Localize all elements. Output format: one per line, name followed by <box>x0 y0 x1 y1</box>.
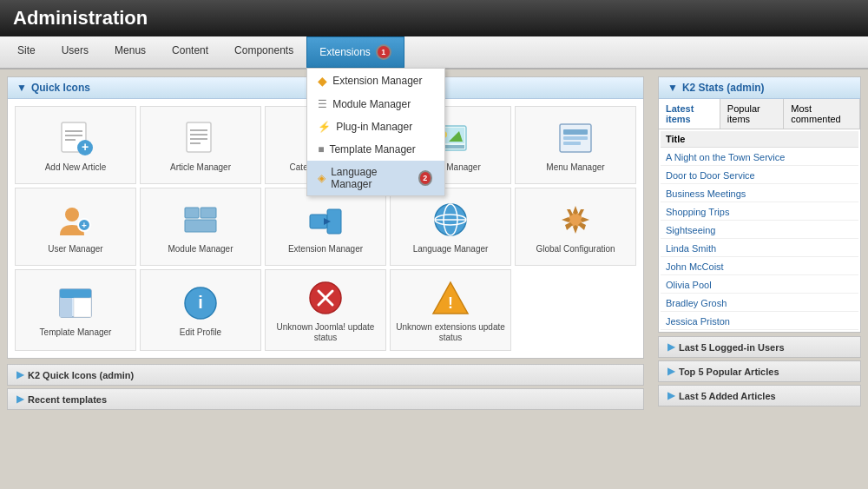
dropdown-plugin-manager[interactable]: ⚡ Plug-in Manager <box>307 116 444 138</box>
k2-item-link[interactable]: Olivia Pool <box>666 280 712 290</box>
k2-item-link[interactable]: Business Meetings <box>666 188 746 199</box>
k2-item-link[interactable]: Linda Smith <box>666 243 716 254</box>
k2-item-link[interactable]: Jessica Priston <box>666 316 730 327</box>
nav-extensions-wrapper: Extensions 1 ◆ Extension Manager ☰ Modul… <box>306 36 404 68</box>
module-manager-label: Module Manager <box>168 244 233 254</box>
app-title: Administration <box>13 7 855 30</box>
top-popular-header[interactable]: ▶ Top 5 Popular Articles <box>659 361 860 381</box>
svg-rect-35 <box>60 289 91 298</box>
k2-item-link[interactable]: Door to Door Service <box>666 170 755 181</box>
extension-manager-icon[interactable]: Extension Manager <box>265 188 386 266</box>
logged-expand-icon: ▶ <box>667 341 674 353</box>
user-manager-label: User Manager <box>48 244 102 254</box>
menu-manager-label: Menu Manager <box>546 162 604 173</box>
last-added-label: Last 5 Added Articles <box>679 391 776 401</box>
profile-shape: i <box>180 282 221 324</box>
last-logged-in-label: Last 5 Logged-in Users <box>679 342 785 353</box>
svg-rect-24 <box>201 208 216 218</box>
recent-templates-header[interactable]: ▶ Recent templates <box>8 389 643 409</box>
k2-table-row: Door to Door Service <box>661 168 858 184</box>
header: Administration <box>0 0 868 36</box>
svg-rect-37 <box>74 298 91 317</box>
k2-stats-header: ▼ K2 Stats (admin) <box>659 77 860 99</box>
module-manager-icon[interactable]: Module Manager <box>140 188 261 266</box>
tab-latest-items[interactable]: Latest items <box>659 99 720 129</box>
extensions-dropdown: ◆ Extension Manager ☰ Module Manager ⚡ P… <box>306 68 445 196</box>
svg-rect-25 <box>185 220 216 232</box>
user-manager-icon[interactable]: + User Manager <box>15 188 136 266</box>
tab-popular-items[interactable]: Popular items <box>720 99 784 129</box>
svg-rect-6 <box>187 122 211 152</box>
tab-most-commented[interactable]: Most commented <box>784 99 860 129</box>
k2-quick-icons-header[interactable]: ▶ K2 Quick Icons (admin) <box>8 365 643 385</box>
k2-title-header: Title <box>661 131 858 148</box>
ext-update-icon[interactable]: ! Unknown extensions update status <box>390 269 511 351</box>
k2-quick-icons-label: K2 Quick Icons (admin) <box>28 370 134 380</box>
k2-item-link[interactable]: A Night on the Town Service <box>666 152 785 162</box>
recent-expand-icon: ▶ <box>16 393 23 405</box>
k2-table-row: Business Meetings <box>661 186 858 202</box>
recent-templates-section: ▶ Recent templates <box>7 388 644 410</box>
k2-item-link[interactable]: Bradley Grosh <box>666 298 727 308</box>
plug-icon: ⚡ <box>318 121 331 133</box>
k2-stats-panel: ▼ K2 Stats (admin) Latest items Popular … <box>658 76 861 333</box>
puzzle-icon: ◆ <box>318 74 327 88</box>
svg-rect-19 <box>563 142 581 145</box>
extension-manager-label: Extension Manager <box>288 244 363 254</box>
k2-table-row: A Night on the Town Service <box>661 149 858 166</box>
joomla-update-icon[interactable]: Unknown Joomla! update status <box>265 269 386 351</box>
k2-item-link[interactable]: Shopping Trips <box>666 207 729 217</box>
k2-arrow-icon: ▼ <box>667 82 678 94</box>
module-shape <box>180 199 221 241</box>
nav-users[interactable]: Users <box>49 36 102 68</box>
language-icon: ◈ <box>318 172 326 184</box>
k2-item-link[interactable]: Sightseeing <box>666 225 716 235</box>
svg-rect-17 <box>563 129 588 135</box>
global-config-label: Global Configuration <box>536 244 615 254</box>
article-manager-icon[interactable]: Article Manager <box>140 106 261 184</box>
config-shape <box>555 199 596 241</box>
extension-shape <box>305 199 346 241</box>
k2-table-row: John McCoist <box>661 259 858 275</box>
menu-mgr-shape <box>555 117 596 159</box>
svg-text:+: + <box>82 221 87 230</box>
k2-table-row: Olivia Pool <box>661 277 858 294</box>
navbar: Site Users Menus Content Components Exte… <box>0 36 868 69</box>
joomla-update-shape <box>305 277 346 319</box>
template-manager-icon[interactable]: Template Manager <box>15 269 136 351</box>
edit-profile-label: Edit Profile <box>180 327 221 338</box>
edit-profile-icon[interactable]: i Edit Profile <box>140 269 261 351</box>
nav-components[interactable]: Components <box>221 36 306 68</box>
nav-extensions[interactable]: Extensions 1 <box>306 36 404 68</box>
language2-shape <box>430 199 471 241</box>
grid-icon: ☰ <box>318 98 327 110</box>
global-config-icon[interactable]: Global Configuration <box>515 188 636 266</box>
nav-extensions-label: Extensions <box>319 46 371 58</box>
article-manager-label: Article Manager <box>170 162 231 173</box>
nav-menus[interactable]: Menus <box>102 36 159 68</box>
add-new-article-icon[interactable]: + Add New Article <box>15 106 136 184</box>
svg-text:!: ! <box>448 294 453 312</box>
dropdown-language-badge: 2 <box>418 170 433 186</box>
nav-site[interactable]: Site <box>4 36 49 68</box>
k2-quick-icons-section: ▶ K2 Quick Icons (admin) <box>7 364 644 386</box>
added-expand-icon: ▶ <box>667 390 674 401</box>
k2-quick-expand-icon: ▶ <box>16 369 23 380</box>
k2-table-row: Bradley Grosh <box>661 295 858 312</box>
dropdown-module-manager[interactable]: ☰ Module Manager <box>307 93 444 116</box>
svg-point-20 <box>65 208 79 221</box>
last-added-header[interactable]: ▶ Last 5 Added Articles <box>659 386 860 406</box>
collapse-icon: ▼ <box>16 82 27 94</box>
k2-item-link[interactable]: John McCoist <box>666 261 724 272</box>
dropdown-language-manager[interactable]: ◈ Language Manager 2 <box>307 161 444 195</box>
dropdown-extension-manager-label: Extension Manager <box>332 75 422 87</box>
menu-manager-icon[interactable]: Menu Manager <box>515 106 636 184</box>
language-manager-icon[interactable]: Language Manager <box>390 188 511 266</box>
last-logged-in-header[interactable]: ▶ Last 5 Logged-in Users <box>659 337 860 357</box>
add-article-label: Add New Article <box>45 162 107 173</box>
dropdown-template-manager[interactable]: ■ Template Manager <box>307 138 444 161</box>
language-manager-label: Language Manager <box>413 244 489 254</box>
nav-content[interactable]: Content <box>159 36 221 68</box>
dropdown-extension-manager[interactable]: ◆ Extension Manager <box>307 69 444 93</box>
k2-items-table: Title A Night on the Town ServiceDoor to… <box>659 129 860 332</box>
